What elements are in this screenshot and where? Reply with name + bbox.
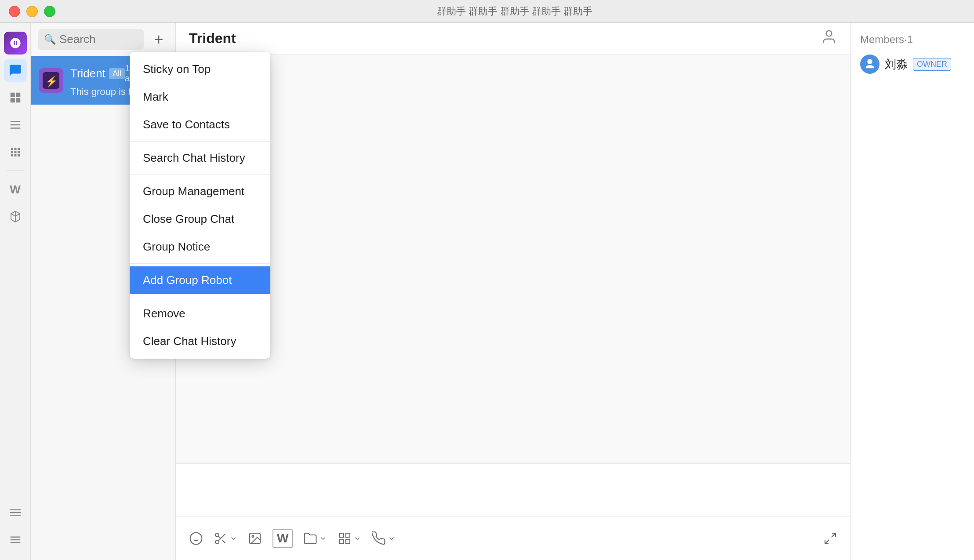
search-input[interactable] xyxy=(59,33,138,46)
sidebar-divider xyxy=(7,171,24,171)
sidebar-bottom xyxy=(4,501,27,551)
chat-input-area[interactable] xyxy=(176,463,850,516)
svg-line-9 xyxy=(222,540,225,543)
svg-line-17 xyxy=(832,533,836,537)
header-profile-icon[interactable] xyxy=(821,29,837,49)
menu-divider-3 xyxy=(130,263,270,264)
search-input-wrapper[interactable]: 🔍 xyxy=(38,29,144,50)
menu-divider-2 xyxy=(130,175,270,175)
minimize-button[interactable] xyxy=(26,6,38,17)
main-chat: Trident xyxy=(176,23,851,560)
menu-item-remove[interactable]: Remove xyxy=(130,300,270,327)
member-name: 刘淼 xyxy=(885,57,908,72)
sidebar-item-word[interactable]: W xyxy=(4,178,27,201)
chat-avatar: ⚡ xyxy=(39,68,63,93)
svg-text:⚡: ⚡ xyxy=(45,75,58,87)
search-bar: 🔍 + xyxy=(31,23,175,56)
menu-item-close-group[interactable]: Close Group Chat xyxy=(130,205,270,233)
sidebar-item-grid[interactable] xyxy=(4,113,27,136)
phone-button[interactable] xyxy=(372,531,396,545)
app-container: W 🔍 + xyxy=(0,23,974,560)
chat-header: Trident xyxy=(176,23,850,55)
sidebar-item-cube[interactable] xyxy=(4,205,27,228)
menu-item-group-notice[interactable]: Group Notice xyxy=(130,233,270,261)
word-button[interactable]: W xyxy=(273,529,293,548)
add-button[interactable]: + xyxy=(149,30,168,49)
member-item: 刘淼 OWNER xyxy=(860,55,965,74)
right-panel: Members·1 刘淼 OWNER xyxy=(851,23,974,560)
scissors-button[interactable] xyxy=(214,531,237,545)
owner-badge: OWNER xyxy=(913,58,951,71)
expand-button[interactable] xyxy=(823,531,837,545)
svg-point-7 xyxy=(215,540,219,544)
sidebar-item-contacts[interactable] xyxy=(4,86,27,109)
titlebar: 群助手 群助手 群助手 群助手 群助手 xyxy=(0,0,974,23)
svg-point-6 xyxy=(215,533,219,537)
svg-rect-13 xyxy=(339,533,343,537)
menu-item-search-history[interactable]: Search Chat History xyxy=(130,144,270,172)
member-avatar xyxy=(860,55,880,74)
chat-messages xyxy=(176,55,850,463)
close-button[interactable] xyxy=(9,6,20,17)
sidebar-item-chat[interactable] xyxy=(4,59,27,82)
menu-item-group-management[interactable]: Group Management xyxy=(130,178,270,205)
folder-button[interactable] xyxy=(303,531,327,545)
chat-list-panel: 🔍 + ⚡ Trident All 12 min ago xyxy=(31,23,176,560)
svg-line-18 xyxy=(825,539,829,543)
emoji-button[interactable] xyxy=(189,531,203,545)
chat-name: Trident All xyxy=(70,67,125,80)
menu-divider-4 xyxy=(130,297,270,297)
svg-rect-14 xyxy=(346,533,350,537)
menu-item-save[interactable]: Save to Contacts xyxy=(130,111,270,138)
svg-point-3 xyxy=(190,532,202,544)
image-button[interactable] xyxy=(248,531,262,545)
menu-divider-1 xyxy=(130,141,270,142)
svg-point-12 xyxy=(252,535,254,537)
members-title: Members·1 xyxy=(860,33,965,46)
chat-toolbar: W xyxy=(176,516,850,560)
sidebar: W xyxy=(0,23,31,560)
user-avatar[interactable] xyxy=(4,32,27,55)
menu-item-mark[interactable]: Mark xyxy=(130,83,270,111)
sidebar-item-apps[interactable] xyxy=(4,141,27,164)
traffic-lights xyxy=(9,6,55,17)
menu-item-add-robot[interactable]: Add Group Robot xyxy=(130,266,270,294)
svg-point-2 xyxy=(826,30,832,36)
maximize-button[interactable] xyxy=(44,6,55,17)
chat-badge: All xyxy=(109,68,125,79)
search-icon: 🔍 xyxy=(44,34,56,45)
titlebar-text: 群助手 群助手 群助手 群助手 群助手 xyxy=(64,5,965,18)
sidebar-item-transfers[interactable] xyxy=(4,501,27,524)
context-menu: Sticky on Top Mark Save to Contacts Sear… xyxy=(130,52,270,359)
svg-rect-16 xyxy=(346,539,350,543)
menu-item-clear-history[interactable]: Clear Chat History xyxy=(130,327,270,355)
menu-item-sticky[interactable]: Sticky on Top xyxy=(130,55,270,83)
svg-line-10 xyxy=(218,536,221,538)
sidebar-item-menu[interactable] xyxy=(4,528,27,551)
svg-rect-15 xyxy=(339,539,343,543)
chat-title: Trident xyxy=(189,30,236,47)
apps-button[interactable] xyxy=(338,531,361,545)
